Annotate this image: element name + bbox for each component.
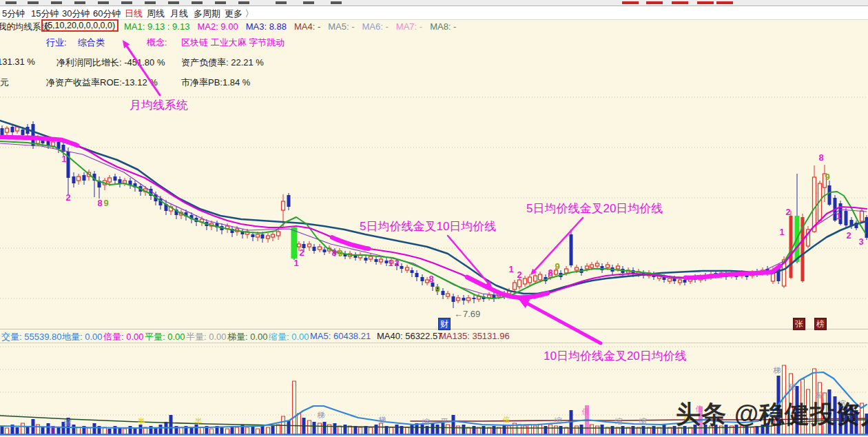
status-item-MA135: MA135: 35131.96 [439,331,510,341]
volume-signal-label: 缩 [639,416,647,427]
status-item-倍量: 倍量: 0.00 [103,331,144,343]
candle-count-label: 1 [779,227,784,237]
annotation-cross-5-10: 5日均价线金叉10日均价线 [360,218,496,234]
volume-indicator-status-bar: 交量: 55539.80地量: 0.00倍量: 0.00平量: 0.00半量: … [0,331,868,343]
status-item-梯量: 梯量: 0.00 [227,331,268,343]
volume-signal-label: 梯 [318,410,325,420]
candle-count-label: 3 [858,236,863,247]
status-item-地量: 地量: 0.00 [62,331,103,343]
status-item-缩量: 缩量: 0.00 [269,331,309,343]
volume-signal-label: 平 [441,417,448,427]
pane-divider-top [0,329,868,329]
candle-count-label: 8 [818,152,823,163]
candle-count-label: 2 [299,247,304,258]
volume-signal-label: 缩 [422,417,430,427]
candle-count-label: 1 [388,258,393,268]
candle-count-label: 2 [65,192,70,203]
candle-count-label: 1 [836,211,840,221]
volume-signal-label: 缩 [555,416,562,426]
volume-signal-label: 半 [138,416,145,427]
candle-count-label: 9 [435,284,440,294]
candle-count-label: 8 [428,274,433,284]
status-item-MA40: MA40: 56322.57 [377,331,442,341]
candle-count-label: 9 [825,172,829,182]
volume-signal-label: 半 [195,416,203,427]
candle-count-label: 1 [508,264,513,274]
candle-count-label: 2 [846,230,851,241]
status-item-交量: 交量: 55539.80 [1,331,61,343]
status-item-平量: 平量: 0.00 [145,331,185,343]
candle-count-label: 9 [338,248,342,258]
candle-count-label: 2 [394,258,399,268]
candle-count-label: 1 [61,154,66,164]
candle-count-label: 9 [103,198,108,208]
candle-count-label: 1 [293,258,298,268]
volume-signal-label: 梯 [379,415,386,425]
volume-signal-label: 倍 [582,407,590,417]
annotation-monthly-ma-system: 月均线系统 [130,97,188,113]
volume-signal-label: 梯 [774,365,781,376]
watermark-text: 头条 @稳健投资人 [676,398,868,431]
status-item-半量: 半量: 0.00 [186,331,227,343]
candle-count-label: 2 [785,207,790,217]
annotation-cross-5-20: 5日均价线金叉20日均价线 [526,201,663,216]
candle-count-label: 2 [517,270,521,280]
candle-count-label: 8 [97,198,102,208]
volume-signal-label: 缩 [64,418,72,428]
trading-app-window: 5分钟15分钟30分钟60分钟日线周线月线多周期更多 〉 我的均线系统 (5,1… [0,0,868,437]
zhang-badge-button[interactable]: 张 [793,318,805,330]
status-item-MA5: MA5: 60438.21 [310,331,371,341]
volume-signal-label: 缩 [615,416,623,427]
volume-signal-label: 倍 [503,415,510,425]
finance-badge-button[interactable]: 财 [438,318,451,330]
candle-count-label: 8 [331,247,336,258]
lowest-price-label: ←7.69 [454,309,480,319]
volume-signal-label: 梯 [789,382,796,392]
candle-count-label: 8 [548,267,552,278]
annotation-cross-10-20: 10日均价线金叉20日均价线 [544,348,687,364]
candle-count-label: 9 [555,261,559,272]
bang-badge-button[interactable]: 榜 [814,318,827,330]
